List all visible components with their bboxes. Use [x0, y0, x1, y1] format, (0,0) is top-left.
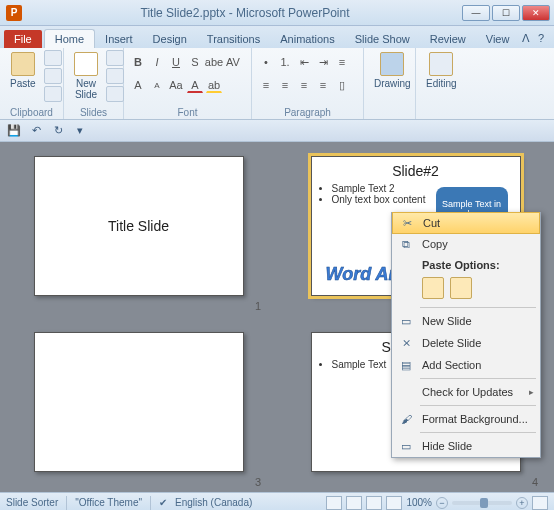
paste-label: Paste — [10, 78, 36, 89]
new-slide-icon: ▭ — [396, 313, 416, 329]
new-slide-button[interactable]: New Slide — [70, 50, 102, 102]
tab-insert[interactable]: Insert — [95, 30, 143, 48]
ctx-hide-slide[interactable]: ▭ Hide Slide — [392, 435, 540, 457]
italic-button[interactable]: I — [149, 54, 165, 70]
tab-home[interactable]: Home — [44, 29, 95, 48]
paste-option-1[interactable] — [422, 277, 444, 299]
reset-button[interactable] — [106, 68, 124, 84]
shadow-button[interactable]: abe — [206, 54, 222, 70]
slide1-title: Title Slide — [108, 218, 169, 234]
zoom-level[interactable]: 100% — [406, 497, 432, 508]
slide-thumb-1[interactable]: Title Slide — [34, 156, 244, 296]
ctx-new-slide-label: New Slide — [422, 315, 472, 327]
cut-button[interactable] — [44, 50, 62, 66]
repeat-button[interactable]: ↻ — [50, 123, 66, 139]
ctx-copy[interactable]: ⧉ Copy — [392, 233, 540, 255]
ctx-format-label: Format Background... — [422, 413, 528, 425]
format-icon: 🖌 — [396, 411, 416, 427]
ctx-delete-label: Delete Slide — [422, 337, 481, 349]
ctx-add-section[interactable]: ▤ Add Section — [392, 354, 540, 376]
bold-button[interactable]: B — [130, 54, 146, 70]
tab-slideshow[interactable]: Slide Show — [345, 30, 420, 48]
tab-file[interactable]: File — [4, 30, 42, 48]
justify-button[interactable]: ≡ — [315, 77, 331, 93]
paste-button[interactable]: Paste — [6, 50, 40, 91]
group-slides-label: Slides — [64, 107, 123, 118]
indent-inc-button[interactable]: ⇥ — [315, 54, 331, 70]
ribbon: Paste Clipboard New Slide Slides — [0, 48, 554, 120]
group-clipboard-label: Clipboard — [0, 107, 63, 118]
zoom-in-button[interactable]: + — [516, 497, 528, 509]
copy-button[interactable] — [44, 68, 62, 84]
ribbon-minimize-icon[interactable]: ᐱ — [522, 32, 530, 45]
section-button[interactable] — [106, 86, 124, 102]
save-button[interactable]: 💾 — [6, 123, 22, 139]
clear-format-button[interactable]: Aa — [168, 77, 184, 93]
editing-label: Editing — [426, 78, 457, 89]
ctx-format-background[interactable]: 🖌 Format Background... — [392, 408, 540, 430]
align-center-button[interactable]: ≡ — [277, 77, 293, 93]
slide2-title: Slide#2 — [312, 163, 520, 179]
drawing-button[interactable]: Drawing — [370, 50, 415, 91]
sorter-view-button[interactable] — [346, 496, 362, 510]
copy-icon: ⧉ — [396, 236, 416, 252]
format-painter-button[interactable] — [44, 86, 62, 102]
clipboard-icon — [11, 52, 35, 76]
normal-view-button[interactable] — [326, 496, 342, 510]
font-shrink-button[interactable]: A — [149, 77, 165, 93]
line-spacing-button[interactable]: ≡ — [334, 54, 350, 70]
tab-design[interactable]: Design — [143, 30, 197, 48]
titlebar: P Title Slide2.pptx - Microsoft PowerPoi… — [0, 0, 554, 26]
chevron-right-icon: ▸ — [529, 387, 534, 397]
group-font-label: Font — [124, 107, 251, 118]
slide4-number: 4 — [532, 476, 538, 488]
new-slide-icon — [74, 52, 98, 76]
status-theme: "Office Theme" — [75, 497, 142, 508]
font-grow-button[interactable]: A — [130, 77, 146, 93]
qat-customize-button[interactable]: ▾ — [72, 123, 88, 139]
slide-sorter-view[interactable]: Title Slide 1 Slide#2 Sample Text 2 Only… — [0, 142, 554, 492]
font-color-button[interactable]: A — [187, 77, 203, 93]
zoom-slider[interactable] — [452, 501, 512, 505]
bullets-button[interactable]: • — [258, 54, 274, 70]
spellcheck-icon[interactable]: ✔ — [159, 497, 167, 508]
numbering-button[interactable]: 1. — [277, 54, 293, 70]
columns-button[interactable]: ▯ — [334, 77, 350, 93]
slide1-number: 1 — [255, 300, 261, 312]
tab-review[interactable]: Review — [420, 30, 476, 48]
layout-button[interactable] — [106, 50, 124, 66]
slide-thumb-3[interactable] — [34, 332, 244, 472]
ctx-delete-slide[interactable]: ⨯ Delete Slide — [392, 332, 540, 354]
ctx-new-slide[interactable]: ▭ New Slide — [392, 310, 540, 332]
undo-button[interactable]: ↶ — [28, 123, 44, 139]
reading-view-button[interactable] — [366, 496, 382, 510]
char-spacing-button[interactable]: AV — [225, 54, 241, 70]
editing-icon — [429, 52, 453, 76]
delete-icon: ⨯ — [396, 335, 416, 351]
window-title: Title Slide2.pptx - Microsoft PowerPoint — [28, 6, 462, 20]
slideshow-view-button[interactable] — [386, 496, 402, 510]
fit-to-window-button[interactable] — [532, 496, 548, 510]
align-right-button[interactable]: ≡ — [296, 77, 312, 93]
quick-access-toolbar: 💾 ↶ ↻ ▾ — [0, 120, 554, 142]
status-language[interactable]: English (Canada) — [175, 497, 252, 508]
help-icon[interactable]: ? — [538, 32, 544, 45]
underline-button[interactable]: U — [168, 54, 184, 70]
tab-animations[interactable]: Animations — [270, 30, 344, 48]
zoom-out-button[interactable]: − — [436, 497, 448, 509]
ctx-cut[interactable]: ✂ Cut — [392, 212, 540, 234]
highlight-button[interactable]: ab — [206, 77, 222, 93]
maximize-button[interactable]: ☐ — [492, 5, 520, 21]
tab-transitions[interactable]: Transitions — [197, 30, 270, 48]
paste-option-2[interactable] — [450, 277, 472, 299]
ctx-check-updates[interactable]: Check for Updates ▸ — [392, 381, 540, 403]
align-left-button[interactable]: ≡ — [258, 77, 274, 93]
minimize-button[interactable]: — — [462, 5, 490, 21]
editing-button[interactable]: Editing — [422, 50, 461, 91]
indent-dec-button[interactable]: ⇤ — [296, 54, 312, 70]
close-button[interactable]: ✕ — [522, 5, 550, 21]
tab-view[interactable]: View — [476, 30, 520, 48]
strike-button[interactable]: S — [187, 54, 203, 70]
status-bar: Slide Sorter "Office Theme" ✔ English (C… — [0, 492, 554, 510]
slide3-number: 3 — [255, 476, 261, 488]
